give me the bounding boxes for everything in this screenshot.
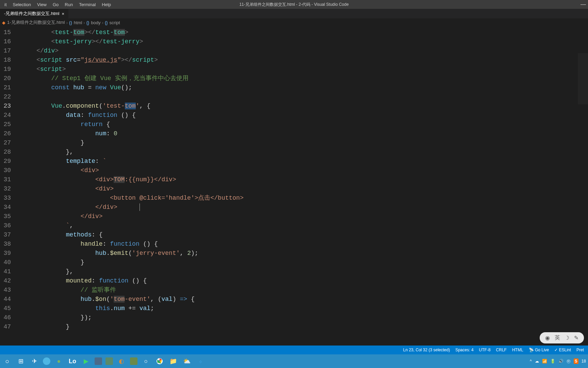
wechat-icon[interactable]: ● bbox=[54, 356, 64, 366]
menu-it[interactable]: it bbox=[1, 1, 10, 9]
code-line[interactable]: <test-jerry></test-jerry> bbox=[22, 37, 588, 46]
code-line[interactable]: <div>TOM:{{num}}</div> bbox=[22, 175, 588, 184]
line-number: 40 bbox=[0, 258, 11, 267]
status-encoding[interactable]: UTF-8 bbox=[479, 348, 491, 352]
tray-time[interactable]: 18 bbox=[582, 359, 586, 364]
code-line[interactable]: <script src="js/vue.js"></script> bbox=[22, 56, 588, 65]
app-icon-4[interactable]: ◐ bbox=[116, 356, 127, 366]
code-line[interactable]: `, bbox=[22, 221, 588, 230]
code-line[interactable]: // Step1 创建 Vue 实例，充当事件中心去使用 bbox=[22, 74, 588, 83]
line-number: 25 bbox=[0, 120, 11, 129]
code-line[interactable]: <div> bbox=[22, 184, 588, 194]
app-icon-2[interactable] bbox=[95, 357, 102, 365]
code-line[interactable]: methods: { bbox=[22, 230, 588, 240]
app-icon-3[interactable] bbox=[105, 357, 113, 365]
code-line[interactable]: return { bbox=[22, 120, 588, 129]
code-line[interactable]: </div> bbox=[22, 46, 588, 56]
sogou-icon[interactable]: S bbox=[574, 358, 578, 364]
telegram-icon[interactable]: ✈ bbox=[29, 356, 39, 366]
breadcrumb-item[interactable]: ◆ 1-兄弟组件之间数据交互.html bbox=[2, 19, 65, 26]
line-number: 20 bbox=[0, 74, 11, 83]
code-line[interactable]: <div> bbox=[22, 166, 588, 175]
status-eslint[interactable]: ✓ ESLint bbox=[554, 348, 571, 352]
code-line[interactable]: <test-tom></test-tom> bbox=[22, 28, 588, 37]
ime-tray-icon[interactable]: ㊥ bbox=[567, 358, 571, 364]
code-line[interactable]: } bbox=[22, 138, 588, 148]
handwriting-icon: ✎ bbox=[574, 335, 578, 341]
code-line[interactable]: }); bbox=[22, 313, 588, 322]
cortana-icon[interactable]: ○ bbox=[141, 356, 151, 366]
code-line[interactable]: Vue.component('test-tom', { bbox=[22, 102, 588, 111]
minimap[interactable] bbox=[578, 53, 588, 104]
menu-help[interactable]: Help bbox=[99, 1, 114, 9]
code-line[interactable]: }, bbox=[22, 267, 588, 276]
start-button[interactable]: ○ bbox=[2, 356, 12, 366]
minimize-button[interactable]: — bbox=[581, 1, 586, 7]
menu-selection[interactable]: Selection bbox=[10, 1, 34, 9]
code-line[interactable]: <button @click='handle'>点击</button> bbox=[22, 194, 588, 203]
code-line[interactable]: data: function () { bbox=[22, 111, 588, 120]
line-number: 41 bbox=[0, 267, 11, 276]
line-number: 15 bbox=[0, 28, 11, 37]
menu-run[interactable]: Run bbox=[62, 1, 76, 9]
menu-terminal[interactable]: Terminal bbox=[76, 1, 99, 9]
task-view-icon[interactable]: ⊞ bbox=[16, 356, 26, 366]
status-prettier[interactable]: Pret bbox=[576, 348, 584, 352]
code-line[interactable]: }, bbox=[22, 148, 588, 157]
line-number: 42 bbox=[0, 276, 11, 286]
code-line[interactable]: <script> bbox=[22, 65, 588, 74]
status-spaces[interactable]: Spaces: 4 bbox=[455, 348, 473, 352]
cloud-icon[interactable]: ☁ bbox=[535, 359, 539, 364]
breadcrumb-item[interactable]: {} script bbox=[105, 20, 120, 25]
code-area[interactable]: <test-tom></test-tom> <test-jerry></test… bbox=[15, 27, 588, 346]
chevron-right-icon: › bbox=[66, 20, 68, 25]
status-eol[interactable]: CRLF bbox=[496, 348, 507, 352]
line-number: 28 bbox=[0, 148, 11, 157]
code-line[interactable]: hub.$on('tom-event', (val) => { bbox=[22, 295, 588, 304]
chrome-icon[interactable] bbox=[154, 356, 165, 366]
code-line[interactable]: } bbox=[22, 322, 588, 332]
line-number: 17 bbox=[0, 46, 11, 56]
status-selection[interactable]: Ln 23, Col 32 (3 selected) bbox=[403, 348, 450, 352]
media-icon[interactable]: ▶ bbox=[81, 356, 91, 366]
battery-icon[interactable]: 🔋 bbox=[550, 359, 555, 364]
code-line[interactable]: template: ` bbox=[22, 157, 588, 166]
status-bar: Ln 23, Col 32 (3 selected) Spaces: 4 UTF… bbox=[0, 346, 588, 354]
editor-tab[interactable]: -兄弟组件之间数据交互.html × bbox=[0, 9, 69, 18]
code-line[interactable]: } bbox=[22, 258, 588, 267]
code-line[interactable]: this.num += val; bbox=[22, 304, 588, 313]
menu-go[interactable]: Go bbox=[50, 1, 62, 9]
code-line[interactable]: handle: function () { bbox=[22, 240, 588, 249]
tray-icon[interactable]: ^ bbox=[530, 359, 532, 364]
breadcrumb-item[interactable]: {} html bbox=[69, 20, 82, 25]
editor[interactable]: 1516171819202122232425262728293031323334… bbox=[0, 27, 588, 346]
code-line[interactable]: </div> bbox=[22, 203, 588, 212]
code-line[interactable]: mounted: function () { bbox=[22, 276, 588, 286]
editor-tabs: -兄弟组件之间数据交互.html × bbox=[0, 9, 588, 18]
app-icon[interactable] bbox=[43, 357, 50, 365]
close-tab-icon[interactable]: × bbox=[62, 11, 65, 16]
code-line[interactable]: // 监听事件 bbox=[22, 286, 588, 295]
status-golive[interactable]: 📡 Go Live bbox=[529, 348, 549, 352]
weather-icon[interactable]: ⛅ bbox=[182, 356, 192, 366]
app-icon-5[interactable] bbox=[130, 357, 137, 365]
window-title: 11-兄弟组件之间数据交互.html - 2-代码 - Visual Studi… bbox=[239, 2, 348, 7]
breadcrumb-item[interactable]: {} body bbox=[86, 20, 101, 25]
code-line[interactable]: num: 0 bbox=[22, 129, 588, 138]
code-line[interactable]: hub.$emit('jerry-event', 2); bbox=[22, 249, 588, 258]
code-line[interactable] bbox=[22, 92, 588, 102]
line-number: 39 bbox=[0, 249, 11, 258]
vscode-icon[interactable]: ⬨ bbox=[195, 356, 206, 366]
line-number: 19 bbox=[0, 65, 11, 74]
menu-view[interactable]: View bbox=[34, 1, 50, 9]
logo-icon[interactable]: Lo bbox=[67, 356, 78, 366]
explorer-icon[interactable]: 📁 bbox=[168, 356, 178, 366]
ime-widget[interactable]: ◉ 英 ☽ ✎ bbox=[540, 332, 584, 343]
status-lang[interactable]: HTML bbox=[512, 348, 523, 352]
wifi-icon[interactable]: 📶 bbox=[542, 359, 547, 364]
volume-icon[interactable]: 🔊 bbox=[558, 359, 564, 364]
code-line[interactable]: </div> bbox=[22, 212, 588, 221]
line-number: 36 bbox=[0, 221, 11, 230]
line-number: 27 bbox=[0, 138, 11, 148]
code-line[interactable]: const hub = new Vue(); bbox=[22, 83, 588, 92]
